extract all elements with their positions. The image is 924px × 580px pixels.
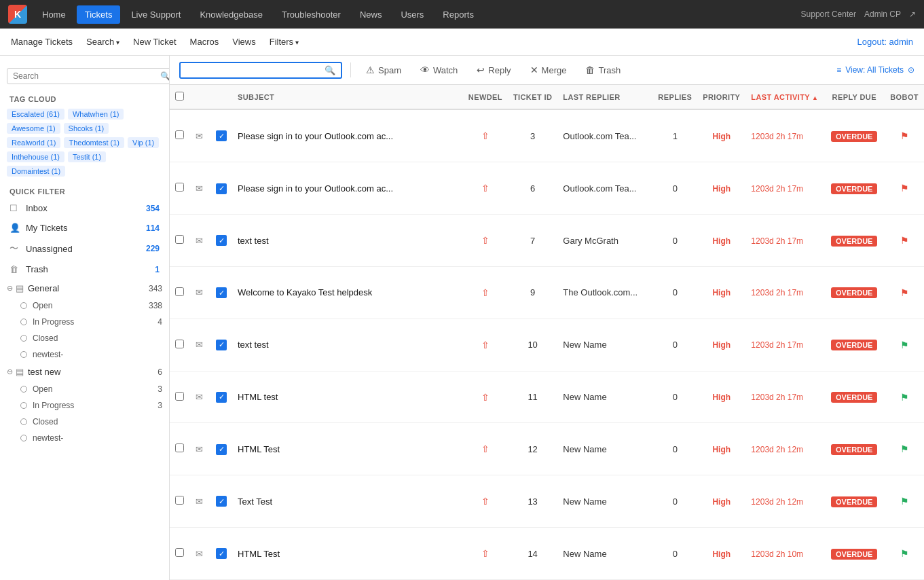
dept-general-newtest[interactable]: newtest-	[20, 346, 169, 363]
row-checkbox-7[interactable]	[175, 496, 184, 505]
tag-inthehouse[interactable]: Inthehouse (1)	[7, 151, 64, 162]
nav-users[interactable]: Users	[392, 5, 432, 24]
subject-5[interactable]: HTML test	[238, 392, 278, 402]
row-checkbox-4[interactable]	[175, 340, 184, 348]
subject-3[interactable]: Welcome to Kayako Test helpdesk	[238, 287, 372, 297]
flag-8: ⚑	[900, 548, 909, 559]
my-tickets-count: 114	[146, 223, 160, 233]
flag-3: ⚑	[900, 287, 909, 298]
row-checkbox-3[interactable]	[175, 287, 184, 296]
views-link[interactable]: Views	[232, 34, 255, 50]
th-lastactivity[interactable]: LAST ACTIVITY	[745, 85, 824, 109]
tag-shcoks[interactable]: Shcoks (1)	[64, 123, 109, 134]
trash-count: 1	[155, 265, 160, 274]
spam-button[interactable]: ⚠ Spam	[359, 61, 408, 79]
trash-button[interactable]: 🗑 Trash	[578, 61, 627, 79]
subject-7[interactable]: Text Test	[238, 496, 272, 507]
tag-escalated[interactable]: Escalated (61)	[7, 109, 64, 120]
new-ticket-link[interactable]: New Ticket	[133, 34, 177, 50]
admin-cp-link[interactable]: Admin CP	[864, 10, 901, 19]
envelope-icon-2: ✉	[196, 236, 203, 246]
subject-4[interactable]: text test	[238, 340, 269, 350]
dept-testnew-closed[interactable]: Closed	[20, 414, 169, 430]
dept-general-closed[interactable]: Closed	[20, 330, 169, 346]
select-all-checkbox[interactable]	[175, 92, 184, 101]
sidebar-item-my-tickets[interactable]: 👤 My Tickets 114	[0, 218, 169, 238]
tag-vip[interactable]: Vip (1)	[128, 137, 159, 148]
manage-tickets-link[interactable]: Manage Tickets	[11, 34, 73, 50]
dept-testnew-newtest[interactable]: newtest-	[20, 430, 169, 446]
nav-home[interactable]: Home	[34, 5, 74, 24]
ticketid-3: 9	[508, 267, 557, 319]
dept-general[interactable]: ⊖ ▤ General 343	[0, 279, 169, 297]
dept-testnew-open[interactable]: Open 3	[20, 381, 169, 397]
dept-testnew-inprogress[interactable]: In Progress 3	[20, 397, 169, 414]
nav-reports[interactable]: Reports	[435, 5, 482, 24]
filters-dropdown[interactable]: Filters	[270, 34, 299, 50]
search-dropdown[interactable]: Search	[86, 34, 119, 50]
envelope-icon-1: ✉	[196, 183, 203, 194]
lastactivity-4: 1203d 2h 17m	[751, 340, 803, 350]
tag-testit[interactable]: Testit (1)	[68, 151, 106, 162]
watch-button[interactable]: 👁 Watch	[413, 61, 464, 79]
dept-general-collapse[interactable]: ⊖	[7, 284, 13, 293]
merge-button[interactable]: ✕ Merge	[523, 61, 574, 79]
replies-2: 0	[652, 215, 697, 267]
nav-troubleshooter[interactable]: Troubleshooter	[274, 5, 349, 24]
row-checkbox-8[interactable]	[175, 548, 184, 557]
subject-8[interactable]: HTML Test	[238, 549, 280, 559]
tn-newtest-label: newtest-	[33, 433, 162, 443]
subject-6[interactable]: HTML Test	[238, 444, 280, 454]
overdue-badge-4: OVERDUE	[831, 340, 877, 350]
sidebar-search-input[interactable]	[13, 71, 160, 81]
check-blue-4: ✓	[216, 340, 227, 350]
top-nav-items: Home Tickets Live Support Knowledgebase …	[34, 5, 801, 24]
sidebar-item-trash[interactable]: 🗑 Trash 1	[0, 259, 169, 279]
sidebar-item-unassigned[interactable]: 〜 Unassigned 229	[0, 238, 169, 259]
tn-inprogress-dot	[20, 402, 27, 409]
row-checkbox-2[interactable]	[175, 235, 184, 244]
newdel-arrow-6: ⇧	[481, 443, 489, 454]
tag-awesome[interactable]: Awesome (1)	[7, 123, 60, 134]
sidebar-item-inbox[interactable]: ☐ Inbox 354	[0, 198, 169, 218]
quick-filter-title: QUICK FILTER	[0, 183, 169, 198]
overdue-badge-0: OVERDUE	[831, 131, 877, 142]
tag-realworld[interactable]: Realworld (1)	[7, 137, 60, 148]
tn-open-label: Open	[33, 384, 158, 394]
row-checkbox-5[interactable]	[175, 392, 184, 401]
view-all-tickets[interactable]: ≡ View: All Tickets ⊙	[836, 65, 914, 75]
check-blue-3: ✓	[216, 287, 227, 298]
row-checkbox-1[interactable]	[175, 183, 184, 192]
logout-link[interactable]: Logout: admin	[857, 37, 913, 47]
tag-thedomtest[interactable]: Thedomtest (1)	[64, 137, 124, 148]
nav-tickets[interactable]: Tickets	[77, 5, 121, 24]
tag-whatwhen[interactable]: Whatwhen (1)	[68, 109, 124, 120]
priority-7: High	[712, 497, 731, 507]
ticket-search-input[interactable]	[186, 65, 319, 75]
external-link-icon[interactable]: ↗	[909, 10, 916, 19]
support-center-link[interactable]: Support Center	[801, 10, 856, 19]
macros-link[interactable]: Macros	[190, 34, 219, 50]
overdue-badge-6: OVERDUE	[831, 444, 877, 455]
nav-knowledgebase[interactable]: Knowledgebase	[191, 5, 271, 24]
row-checkbox-6[interactable]	[175, 443, 184, 452]
lastactivity-5: 1203d 2h 17m	[751, 393, 803, 402]
table-row: ✉ ✓ Please sign in to your Outlook.com a…	[170, 109, 924, 162]
tag-domaintest[interactable]: Domaintest (1)	[7, 166, 65, 177]
reply-button[interactable]: ↩ Reply	[470, 61, 517, 79]
dept-general-open[interactable]: Open 338	[20, 297, 169, 314]
subject-2[interactable]: text test	[238, 236, 269, 246]
ticketid-7: 13	[508, 475, 557, 528]
dept-testnew[interactable]: ⊖ ▤ test new 6	[0, 363, 169, 381]
dept-general-inprogress[interactable]: In Progress 4	[20, 314, 169, 330]
dept-testnew-count: 6	[158, 367, 162, 377]
nav-news[interactable]: News	[352, 5, 390, 24]
filter-icon: ≡	[836, 65, 841, 75]
open-dot	[20, 302, 27, 309]
subject-0[interactable]: Please sign in to your Outlook.com ac...	[238, 131, 393, 141]
subject-1[interactable]: Please sign in to your Outlook.com ac...	[238, 183, 393, 194]
nav-live-support[interactable]: Live Support	[123, 5, 189, 24]
dept-testnew-collapse[interactable]: ⊖	[7, 367, 13, 376]
view-label: View: All Tickets	[845, 65, 904, 75]
row-checkbox-0[interactable]	[175, 130, 184, 139]
